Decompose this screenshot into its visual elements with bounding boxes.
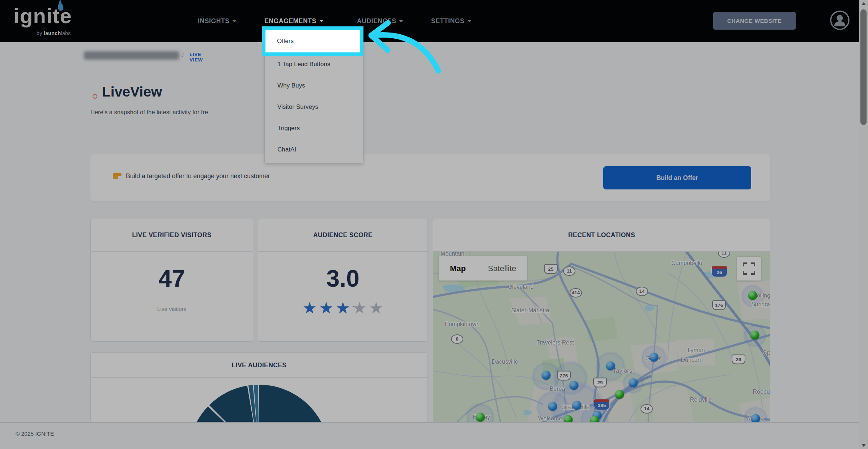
map-label: Welcome (538, 415, 562, 422)
map-label: Reidville (690, 397, 712, 403)
star-icon: ★★ (352, 299, 367, 317)
star-icon: ★★ (335, 299, 351, 317)
blue-visitor-marker[interactable] (573, 401, 582, 410)
live-visitors-title: LIVE VERIFIED VISITORS (91, 219, 253, 252)
map-label: Slater-Marietta (511, 307, 549, 314)
offer-banner-text: Build a targeted offer to engage your ne… (113, 172, 270, 180)
page-footer: © 2025 IGNITE (0, 422, 868, 449)
route-shield-icon: 276 (557, 371, 571, 381)
copyright-text: © 2025 IGNITE (16, 431, 54, 437)
map-label: Pumpkintown (445, 321, 480, 328)
highlighted-offers-item[interactable]: Offers (262, 26, 363, 56)
ignite-logo[interactable]: ignite by launchlabs (14, 5, 97, 38)
route-shield-icon: 385 (594, 399, 610, 410)
blue-visitor-marker[interactable] (629, 379, 638, 388)
nav-item-settings[interactable]: SETTINGS (431, 0, 472, 42)
menu-item-chatai[interactable]: ChatAI (265, 139, 363, 160)
offers-menu-item[interactable]: Offers (265, 30, 360, 52)
blue-visitor-marker[interactable] (570, 381, 579, 390)
satellite-button[interactable]: Satellite (477, 256, 527, 281)
map-label: Campobello (671, 260, 702, 266)
nav-item-audiences[interactable]: AUDIENCES (357, 0, 403, 42)
scroll-up-icon[interactable] (861, 2, 866, 5)
green-visitor-marker[interactable] (748, 291, 757, 300)
chevron-down-icon (467, 20, 472, 22)
chevron-down-icon (232, 20, 237, 22)
chevron-down-icon (319, 20, 324, 22)
menu-item-triggers[interactable]: Triggers (265, 117, 363, 139)
live-audiences-card: LIVE AUDIENCES (90, 352, 428, 422)
offer-banner: Build a targeted offer to engage your ne… (90, 154, 770, 201)
menu-item-1-tap-lead-buttons[interactable]: 1 Tap Lead Buttons (265, 54, 363, 75)
liveview-page: ignite by launchlabs INSIGHTSENGAGEMENTS… (0, 0, 868, 449)
map-button[interactable]: Map (439, 256, 477, 281)
page-subtitle: Here's a snapshot of the latest activity… (90, 109, 208, 116)
map-label: Berea (550, 386, 565, 392)
route-shield-icon: 29 (732, 355, 745, 364)
fullscreen-button[interactable] (737, 257, 761, 281)
pie-slice (259, 385, 329, 422)
build-offer-button[interactable]: Build an Offer (603, 166, 751, 189)
recent-locations-card: RECENT LOCATIONS (433, 219, 770, 422)
green-visitor-marker[interactable] (590, 416, 599, 423)
live-audiences-title: LIVE AUDIENCES (91, 353, 427, 378)
audiences-pie-chart (91, 378, 428, 422)
map-canvas[interactable]: MountainCampobelloClevelandSlater-Mariet… (433, 252, 770, 422)
star-rating: ★★★★★★★★★ (258, 299, 427, 317)
audience-score-value: 3.0 (258, 265, 427, 292)
blue-visitor-marker[interactable] (650, 353, 659, 362)
blue-visitor-marker[interactable] (548, 402, 557, 411)
route-shield-icon: 414 (570, 288, 582, 298)
nav-item-insights[interactable]: INSIGHTS (198, 0, 237, 42)
breadcrumb-separator: / (182, 52, 184, 58)
audience-score-card: AUDIENCE SCORE 3.0 ★★★★★★★★★ (258, 219, 428, 342)
route-shield-icon: 176 (712, 300, 726, 310)
page-title: LiveView (102, 84, 162, 100)
route-shield-icon: 8 (451, 334, 463, 344)
menu-item-visitor-surveys[interactable]: Visitor Surveys (265, 96, 363, 117)
scrollbar-track[interactable] (859, 0, 868, 449)
blue-visitor-marker[interactable] (751, 414, 760, 423)
scroll-down-icon[interactable] (861, 444, 866, 447)
green-visitor-marker[interactable] (564, 415, 573, 423)
map-label: Travelers Rest (536, 339, 574, 346)
route-shield-icon: 14 (641, 404, 653, 414)
map-label: Lyman (688, 347, 705, 354)
map-label: Taylors (613, 367, 632, 375)
star-icon: ★ (368, 299, 384, 317)
route-shield-icon: 11 (563, 266, 575, 276)
scrollbar-thumb[interactable] (860, 9, 867, 125)
star-icon: ★★ (302, 299, 318, 317)
top-nav: ignite by launchlabs INSIGHTSENGAGEMENTS… (0, 0, 868, 42)
change-website-button[interactable]: CHANGE WEBSITE (713, 12, 796, 30)
breadcrumb-redacted-site[interactable] (84, 51, 179, 60)
route-shield-icon: 26 (711, 266, 727, 277)
live-visitors-card: LIVE VERIFIED VISITORS 47 Live visitors (90, 219, 253, 342)
live-indicator-icon (93, 94, 97, 99)
green-visitor-marker[interactable] (750, 331, 760, 340)
route-shield-icon: 29 (593, 378, 607, 388)
blue-visitor-marker[interactable] (542, 371, 551, 380)
green-visitor-marker[interactable] (615, 390, 624, 399)
menu-item-why-buys[interactable]: Why Buys (265, 75, 363, 96)
recent-locations-title: RECENT LOCATIONS (433, 219, 770, 252)
map-label: Springs (751, 301, 770, 308)
route-shield-icon: 14 (636, 287, 648, 296)
logo-byline: by launchlabs (37, 30, 71, 36)
breadcrumb-current[interactable]: LIVE VIEW (190, 52, 203, 63)
divider (90, 133, 770, 133)
route-shield-icon: 25 (544, 264, 558, 274)
pointing-hand-icon (113, 173, 122, 179)
map-label: Dacusville (492, 359, 518, 365)
blue-visitor-marker[interactable] (606, 362, 615, 371)
green-visitor-marker[interactable] (476, 413, 485, 422)
user-avatar-icon[interactable] (830, 10, 850, 30)
map-label: Spartanburg (762, 349, 770, 357)
chevron-down-icon (399, 20, 403, 22)
star-icon: ★★ (318, 299, 334, 317)
audience-score-title: AUDIENCE SCORE (258, 219, 427, 252)
map-type-control: Map Satellite (439, 256, 527, 281)
live-visitors-value: 47 (91, 265, 253, 292)
map-label: Duncan (681, 357, 701, 363)
live-visitors-caption: Live visitors (91, 306, 253, 312)
